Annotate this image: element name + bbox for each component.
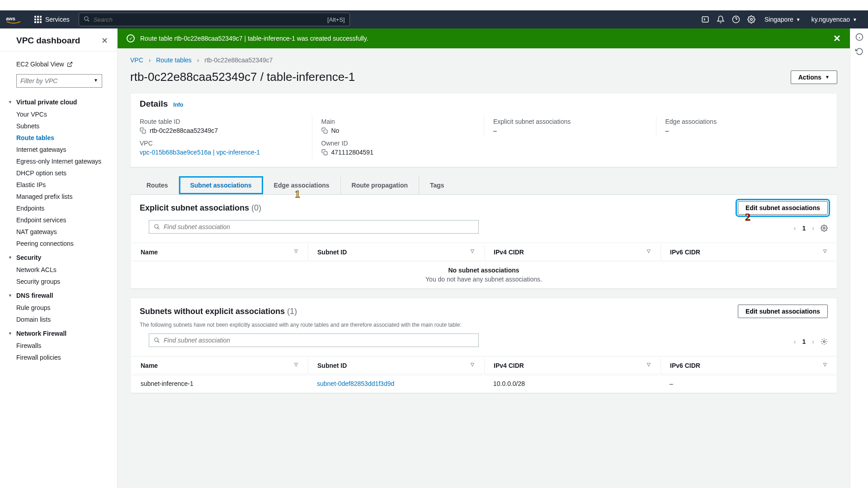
find-input-2[interactable] xyxy=(164,337,474,344)
tab-route-propagation[interactable]: Route propagation xyxy=(341,176,419,194)
sidebar-item-endpoints[interactable]: Endpoints xyxy=(16,202,113,214)
col-ipv6-cidr[interactable]: IPv6 CIDR▽ xyxy=(660,244,836,261)
tab-edge-associations[interactable]: Edge associations xyxy=(263,176,341,194)
find-subnet-association-search-2[interactable] xyxy=(149,333,479,347)
find-subnet-association-search[interactable] xyxy=(149,220,479,234)
sidebar-item-network-acls[interactable]: Network ACLs xyxy=(16,264,113,276)
search-icon xyxy=(154,224,160,230)
info-icon[interactable] xyxy=(855,33,863,41)
value-edge-assoc: – xyxy=(665,127,669,134)
sidebar-item-domain-lists[interactable]: Domain lists xyxy=(16,314,113,325)
sidebar-item-firewalls[interactable]: Firewalls xyxy=(16,340,113,352)
value-vpc-link[interactable]: vpc-015b68b3ae9ce516a | vpc-inference-1 xyxy=(140,149,260,156)
cell-name: subnet-inference-1 xyxy=(132,375,307,392)
success-banner: ✓ Route table rtb-0c22e88caa52349c7 | ta… xyxy=(118,28,850,48)
ec2-global-view-link[interactable]: EC2 Global View xyxy=(16,57,113,74)
prev-page-icon[interactable]: ‹ xyxy=(794,225,796,232)
sidebar-item-nat-gateways[interactable]: NAT gateways xyxy=(16,226,113,238)
right-rail xyxy=(850,28,868,488)
sidebar-item-managed-prefix-lists[interactable]: Managed prefix lists xyxy=(16,191,113,202)
cell-subnet-id-link[interactable]: subnet-0def82853dd1f3d9d xyxy=(317,380,394,387)
col-subnet-id[interactable]: Subnet ID▽ xyxy=(308,357,483,374)
nav-section-vpc[interactable]: Virtual private cloud xyxy=(16,94,113,108)
chevron-down-icon: ▼ xyxy=(825,75,830,80)
value-route-table-id: rtb-0c22e88caa52349c7 xyxy=(150,127,218,134)
history-icon[interactable] xyxy=(855,47,863,56)
sidebar-item-internet-gateways[interactable]: Internet gateways xyxy=(16,144,113,155)
col-name[interactable]: Name▽ xyxy=(132,244,307,261)
search-input[interactable] xyxy=(94,16,327,23)
sidebar-item-subnets[interactable]: Subnets xyxy=(16,120,113,132)
region-selector[interactable]: Singapore▼ xyxy=(759,12,806,27)
nav-section-network-firewall[interactable]: Network Firewall xyxy=(16,325,113,340)
col-name[interactable]: Name▽ xyxy=(132,357,307,374)
copy-icon[interactable] xyxy=(321,149,328,155)
empty-title: No subnet associations xyxy=(141,267,827,274)
sidebar-item-elastic-ips[interactable]: Elastic IPs xyxy=(16,179,113,191)
aws-logo[interactable]: aws xyxy=(5,15,22,24)
global-search[interactable]: [Alt+S] xyxy=(79,13,350,26)
sidebar-item-endpoint-services[interactable]: Endpoint services xyxy=(16,214,113,226)
services-button[interactable]: Services xyxy=(30,13,74,26)
label-main: Main xyxy=(321,118,479,125)
value-owner-id: 471112804591 xyxy=(331,149,373,156)
sidebar-item-security-groups[interactable]: Security groups xyxy=(16,276,113,287)
actions-button[interactable]: Actions ▼ xyxy=(791,70,837,84)
filter-by-vpc-select[interactable]: Filter by VPC xyxy=(16,74,102,88)
info-link[interactable]: Info xyxy=(173,102,183,108)
col-ipv4-cidr[interactable]: IPv4 CIDR▽ xyxy=(484,244,660,261)
svg-point-16 xyxy=(823,341,825,343)
edit-subnet-associations-button-2[interactable]: Edit subnet associations xyxy=(738,305,828,318)
sidebar-item-your-vpcs[interactable]: Your VPCs xyxy=(16,108,113,120)
sidebar-item-peering-connections[interactable]: Peering connections xyxy=(16,238,113,249)
without-title: Subnets without explicit associations (1… xyxy=(140,307,297,316)
next-page-icon[interactable]: › xyxy=(812,338,814,345)
edit-subnet-associations-button[interactable]: Edit subnet associations xyxy=(738,201,828,215)
sidebar-item-firewall-policies[interactable]: Firewall policies xyxy=(16,352,113,363)
svg-point-14 xyxy=(155,338,158,342)
tab-subnet-associations[interactable]: Subnet associations xyxy=(179,176,263,194)
sidebar-item-route-tables[interactable]: Route tables xyxy=(16,132,113,144)
find-input[interactable] xyxy=(164,223,474,230)
sidebar-item-egress-only-igw[interactable]: Egress-only Internet gateways xyxy=(16,155,113,167)
svg-rect-8 xyxy=(142,130,146,133)
help-icon[interactable] xyxy=(728,12,744,27)
chevron-down-icon: ▼ xyxy=(796,17,801,22)
settings-icon[interactable] xyxy=(744,12,759,27)
breadcrumb-route-tables[interactable]: Route tables xyxy=(156,56,192,64)
account-menu[interactable]: ky.nguyencao▼ xyxy=(806,12,863,27)
tab-tags[interactable]: Tags xyxy=(419,176,455,194)
copy-icon[interactable] xyxy=(321,127,328,134)
svg-point-13 xyxy=(823,227,825,229)
gear-icon[interactable] xyxy=(821,338,828,345)
explicit-table: Name▽ Subnet ID▽ IPv4 CIDR▽ IPv6 CIDR▽ N… xyxy=(131,243,837,288)
cloudshell-icon[interactable] xyxy=(698,12,713,27)
gear-icon[interactable] xyxy=(821,225,828,232)
close-alert-icon[interactable]: ✕ xyxy=(833,33,841,44)
col-ipv6-cidr[interactable]: IPv6 CIDR▽ xyxy=(660,357,836,374)
label-explicit-assoc: Explicit subnet associations xyxy=(493,118,651,125)
label-route-table-id: Route table ID xyxy=(140,118,307,125)
tabs: Routes Subnet associations Edge associat… xyxy=(130,176,837,195)
label-edge-assoc: Edge associations xyxy=(665,118,823,125)
col-ipv4-cidr[interactable]: IPv4 CIDR▽ xyxy=(484,357,660,374)
notifications-icon[interactable] xyxy=(713,12,728,27)
next-page-icon[interactable]: › xyxy=(812,225,814,232)
table-row[interactable]: subnet-inference-1 subnet-0def82853dd1f3… xyxy=(132,375,836,392)
chevron-right-icon: › xyxy=(149,56,151,64)
topbar: aws Services [Alt+S] Singapore▼ ky.nguye… xyxy=(0,10,868,28)
svg-point-11 xyxy=(155,225,158,228)
nav-section-dns-firewall[interactable]: DNS firewall xyxy=(16,287,113,302)
close-icon[interactable]: ✕ xyxy=(101,36,108,46)
external-link-icon xyxy=(67,61,73,67)
sidebar-item-rule-groups[interactable]: Rule groups xyxy=(16,302,113,314)
tab-routes[interactable]: Routes xyxy=(136,176,179,194)
prev-page-icon[interactable]: ‹ xyxy=(794,338,796,345)
sidebar-item-dhcp-option-sets[interactable]: DHCP option sets xyxy=(16,167,113,179)
value-explicit-assoc: – xyxy=(493,127,497,134)
nav-section-security[interactable]: Security xyxy=(16,249,113,264)
copy-icon[interactable] xyxy=(140,127,146,134)
breadcrumb-vpc[interactable]: VPC xyxy=(130,56,143,64)
col-subnet-id[interactable]: Subnet ID▽ xyxy=(308,244,483,261)
value-main: No xyxy=(331,127,340,134)
